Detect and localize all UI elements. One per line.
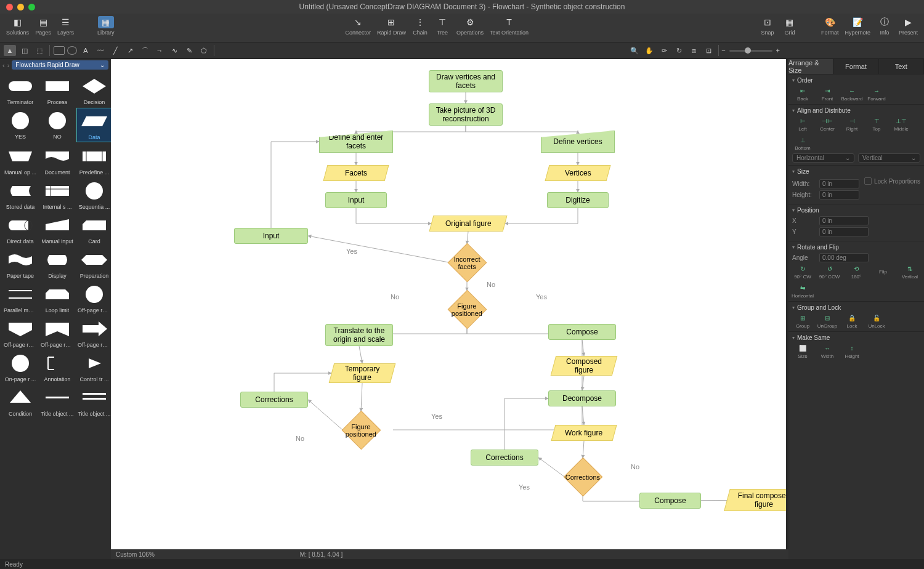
- lasso-tool[interactable]: ◫: [18, 45, 31, 56]
- flowchart-node[interactable]: Define vertices: [541, 131, 615, 153]
- flip-vertical[interactable]: ⇅Vertical: [899, 264, 920, 280]
- spline-tool[interactable]: 〰: [94, 45, 107, 56]
- section-group-lock[interactable]: Group and Lock: [792, 304, 920, 311]
- same-height[interactable]: ↕Height: [841, 344, 862, 359]
- flowchart-node[interactable]: Composed figure: [551, 356, 618, 376]
- flowchart-node[interactable]: Compose: [639, 493, 701, 509]
- angle-input[interactable]: 0.00 deg: [819, 253, 869, 262]
- nav-back-icon[interactable]: ‹: [2, 62, 5, 69]
- shape-card[interactable]: Card: [76, 212, 111, 246]
- order-front[interactable]: ⇥Front: [817, 86, 838, 102]
- flowchart-node[interactable]: Corrections: [471, 450, 538, 466]
- shape-control-tr-[interactable]: Control tr ...: [76, 350, 111, 384]
- flowchart-node[interactable]: Facets: [323, 165, 389, 181]
- present-button[interactable]: ▶Present: [896, 16, 920, 36]
- solutions-button[interactable]: ◧Solutions: [4, 16, 31, 36]
- shape-no[interactable]: NO: [39, 108, 75, 142]
- flowchart-node[interactable]: Digitize: [547, 192, 609, 208]
- hypernote-button[interactable]: 📝Hypernote: [842, 16, 873, 36]
- zoom-slider[interactable]: − +: [721, 47, 780, 54]
- height-input[interactable]: 0 in: [819, 190, 859, 200]
- text-tool[interactable]: A: [79, 45, 92, 56]
- flowchart-node[interactable]: Corrections: [563, 457, 602, 496]
- shape-internal-s-[interactable]: Internal s ...: [39, 178, 75, 211]
- tab-format[interactable]: Format: [833, 59, 878, 74]
- rotate-tool[interactable]: ↻: [673, 45, 685, 56]
- section-make-same[interactable]: Make Same: [792, 334, 920, 341]
- flowchart-node[interactable]: Input: [234, 228, 308, 244]
- align-bottom[interactable]: ⊥Bottom: [792, 135, 813, 151]
- zoom-label[interactable]: Custom 106%: [116, 551, 155, 558]
- shape-sequentia-[interactable]: Sequentia ...: [76, 178, 111, 211]
- rectangle-tool[interactable]: [54, 46, 65, 55]
- group-button[interactable]: ⊞Group: [792, 313, 813, 329]
- flowchart-node[interactable]: Input: [325, 192, 387, 208]
- flip-horizontal[interactable]: ⇆Horizontal: [792, 283, 813, 299]
- shape-display[interactable]: Display: [39, 247, 75, 280]
- freehand-tool[interactable]: ✎: [183, 45, 195, 56]
- connector-button[interactable]: ↘Connector: [342, 16, 373, 36]
- y-input[interactable]: 0 in: [819, 227, 869, 236]
- shape-manual-op-[interactable]: Manual op ...: [2, 143, 38, 177]
- shape-off-page-re-[interactable]: Off-page re ...: [76, 281, 111, 315]
- shape-parallel-mode[interactable]: Parallel mode: [2, 281, 38, 315]
- polygon-tool[interactable]: ⬠: [198, 45, 210, 56]
- section-rotate[interactable]: Rotate and Flip: [792, 244, 920, 251]
- align-center[interactable]: ⊣⊢Center: [817, 116, 838, 132]
- tab-arrange-size[interactable]: Arrange & Size: [788, 59, 833, 74]
- flowchart-node[interactable]: Original figure: [429, 216, 508, 232]
- ellipse-tool[interactable]: [67, 46, 77, 55]
- flowchart-node[interactable]: Decompose: [548, 390, 616, 406]
- section-align[interactable]: Align and Distribute: [792, 107, 920, 114]
- flowchart-node[interactable]: Figure positioned: [341, 410, 381, 450]
- shape-off-page-re-[interactable]: Off-page re ...: [76, 316, 111, 349]
- nav-fwd-icon[interactable]: ›: [7, 62, 10, 69]
- order-backward[interactable]: ←Backward: [841, 86, 862, 102]
- align-middle[interactable]: ⊥⊤Middle: [891, 116, 912, 132]
- rot-180[interactable]: ⟲180°: [846, 264, 867, 280]
- layers-button[interactable]: ☰Layers: [55, 16, 76, 36]
- curve-tool[interactable]: ∿: [168, 45, 180, 56]
- ungroup-button[interactable]: ⊟UnGroup: [817, 313, 838, 329]
- same-width[interactable]: ↔Width: [817, 344, 838, 359]
- align-top[interactable]: ⊤Top: [866, 116, 887, 132]
- flowchart-node[interactable]: Temporary figure: [329, 363, 396, 383]
- shape-loop-limit[interactable]: Loop limit: [39, 281, 75, 315]
- shape-on-page-r-[interactable]: On-page r ...: [2, 350, 38, 384]
- flowchart-node[interactable]: Draw vertices and facets: [429, 70, 503, 92]
- shape-process[interactable]: Process: [39, 73, 75, 107]
- distribute-horizontal[interactable]: Horizontal⌄: [792, 153, 854, 163]
- tab-text[interactable]: Text: [879, 59, 924, 74]
- zoom-in-icon[interactable]: +: [776, 47, 780, 54]
- crop-tool[interactable]: ⧈: [687, 45, 700, 56]
- shape-off-page-re-[interactable]: Off-page re ...: [39, 316, 75, 349]
- flowchart-node[interactable]: Define and enter facets: [319, 131, 393, 153]
- info-button[interactable]: ⓘInfo: [874, 16, 895, 36]
- shape-condition[interactable]: Condition: [2, 385, 38, 418]
- hand-tool[interactable]: ⬚: [33, 45, 46, 56]
- flowchart-node[interactable]: Corrections: [240, 392, 308, 408]
- flowchart-node[interactable]: Figure positioned: [447, 289, 487, 329]
- align-left[interactable]: ⊢Left: [792, 116, 813, 132]
- shape-manual-input[interactable]: Manual input: [39, 212, 75, 246]
- shape-title-object-[interactable]: Title object ...: [39, 385, 75, 418]
- unlock-button[interactable]: 🔓UnLock: [866, 313, 887, 329]
- shape-decision[interactable]: Decision: [76, 73, 111, 107]
- connector-tool[interactable]: ↗: [124, 45, 136, 56]
- shape-data[interactable]: Data: [76, 108, 111, 142]
- rot-90ccw[interactable]: ↺90° CCW: [819, 264, 840, 280]
- flowchart-node[interactable]: Vertices: [545, 165, 611, 181]
- arc-tool[interactable]: ⌒: [139, 45, 151, 56]
- width-input[interactable]: 0 in: [819, 179, 859, 188]
- grid-button[interactable]: ▦Grid: [779, 16, 800, 36]
- operations-button[interactable]: ⚙Operations: [454, 16, 486, 36]
- pages-button[interactable]: ▤Pages: [33, 16, 54, 36]
- shape-yes[interactable]: YES: [2, 108, 38, 142]
- order-forward[interactable]: →Forward: [866, 86, 887, 102]
- rot-90cw[interactable]: ↻90° CW: [792, 264, 813, 280]
- canvas[interactable]: Draw vertices and facetsTake picture of …: [111, 59, 786, 549]
- lock-button[interactable]: 🔒Lock: [841, 313, 862, 329]
- shape-annotation[interactable]: Annotation: [39, 350, 75, 384]
- shape-title-object-[interactable]: Title object ...: [76, 385, 111, 418]
- same-size[interactable]: ⬜Size: [792, 344, 813, 359]
